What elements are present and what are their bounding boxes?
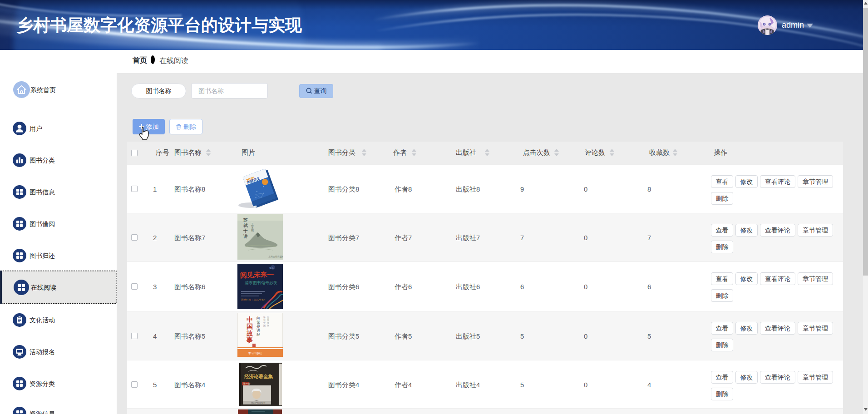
svg-text:上海古籍出版社: 上海古籍出版社 xyxy=(268,255,283,258)
svg-text:政: 政 xyxy=(267,324,269,327)
svg-text:轼: 轼 xyxy=(243,223,248,228)
svg-text:向: 向 xyxy=(256,316,260,320)
svg-text:王: 王 xyxy=(251,222,254,226)
svg-text:照: 照 xyxy=(251,229,254,232)
svg-text:故: 故 xyxy=(246,330,253,337)
svg-text:经济论著全集: 经济论著全集 xyxy=(244,374,273,379)
svg-text:水: 水 xyxy=(251,226,254,229)
svg-text:国: 国 xyxy=(263,324,266,327)
svg-text:第一卷: 第一卷 xyxy=(243,382,251,385)
svg-text:世: 世 xyxy=(256,320,260,324)
svg-text:浦东: 浦东 xyxy=(269,266,274,270)
svg-text:界: 界 xyxy=(256,324,260,328)
svg-text:十: 十 xyxy=(243,228,248,233)
svg-text:事: 事 xyxy=(246,336,253,344)
svg-text:讲: 讲 xyxy=(243,234,248,239)
svg-text:浦东图书馆奇妙夜: 浦东图书馆奇妙夜 xyxy=(245,281,277,285)
svg-text:苏: 苏 xyxy=(243,217,248,222)
svg-text:知识产权出版社: 知识产权出版社 xyxy=(251,402,266,404)
svg-text:好: 好 xyxy=(256,332,260,336)
svg-text:活动时间：2020年8月: 活动时间：2020年8月 xyxy=(241,298,266,301)
svg-text:国: 国 xyxy=(247,323,253,330)
svg-text:中: 中 xyxy=(247,316,253,323)
svg-text:学习出版社: 学习出版社 xyxy=(248,352,262,355)
svg-text:讲: 讲 xyxy=(256,328,260,332)
